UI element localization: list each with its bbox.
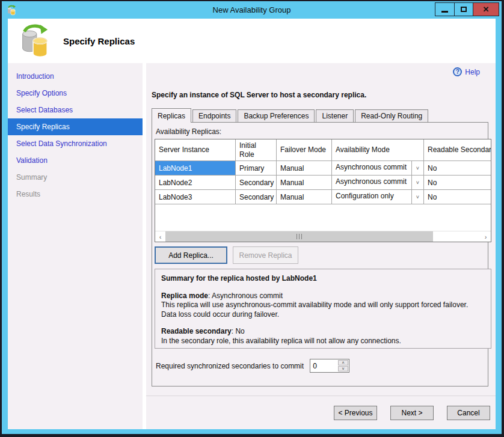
cell-failover-mode[interactable]: Manual (277, 176, 332, 190)
cell-server-instance[interactable]: LabNode1 (155, 161, 236, 176)
replica-row-labnode1: LabNode1 Primary Manual Asynchronous com… (155, 161, 492, 176)
cell-availability-mode: Configuration only ˅ (332, 190, 424, 204)
availability-replicas-label: Availability Replicas: (156, 127, 485, 136)
maximize-icon (461, 7, 467, 12)
close-icon: ✕ (483, 5, 490, 13)
spinner-buttons: ˄ ˅ (337, 359, 349, 372)
scrollbar-track[interactable] (165, 231, 481, 242)
window-body: Specify Replicas Introduction Specify Op… (8, 19, 496, 429)
summary-readable-secondary: Readable secondary: No In the secondary … (161, 327, 485, 346)
combobox-value: Asynchronous commit (332, 176, 411, 189)
tab-listener[interactable]: Listener (316, 109, 354, 122)
column-header-availability-mode: Availability Mode (332, 139, 424, 161)
tab-strip: Replicas Endpoints Backup Preferences Li… (152, 108, 490, 122)
replica-row-labnode3: LabNode3 Secondary Manual Configuration … (155, 190, 492, 204)
window-title: New Availability Group (2, 5, 502, 14)
help-row: ? Help (149, 67, 490, 76)
help-icon: ? (453, 67, 462, 76)
cell-readable-secondary[interactable]: No (424, 176, 492, 190)
chevron-down-icon[interactable]: ˅ (411, 190, 423, 204)
sidebar-item-specify-options[interactable]: Specify Options (8, 85, 143, 102)
tab-endpoints[interactable]: Endpoints (192, 109, 236, 122)
close-button[interactable]: ✕ (473, 3, 499, 16)
maximize-button[interactable] (454, 3, 473, 16)
replica-mode-value: : Asynchronous commit (208, 292, 283, 300)
cell-failover-mode[interactable]: Manual (277, 161, 332, 176)
sidebar-item-summary: Summary (8, 169, 143, 186)
page-title: Specify Replicas (63, 36, 135, 46)
readable-secondary-description: In the secondary role, this availability… (161, 337, 485, 346)
scroll-left-button[interactable]: ‹ (155, 231, 165, 242)
cancel-button[interactable]: Cancel (447, 406, 490, 420)
content-row: Introduction Specify Options Select Data… (8, 63, 496, 429)
replicas-tab-panel: Availability Replicas: Server Instance I… (152, 122, 488, 387)
required-secondaries-row: Required synchronized secondaries to com… (156, 359, 485, 373)
cell-initial-role[interactable]: Secondary (236, 190, 277, 204)
cell-readable-secondary[interactable]: No (424, 161, 492, 176)
window-controls: ✕ (435, 2, 499, 16)
minimize-icon (441, 11, 448, 13)
sidebar-item-select-databases[interactable]: Select Databases (8, 102, 143, 118)
cell-availability-mode: Asynchronous commit ˅ (332, 161, 424, 176)
required-secondaries-spinner: ˄ ˅ (310, 359, 349, 373)
next-button[interactable]: Next > (390, 406, 434, 420)
cell-failover-mode[interactable]: Manual (277, 190, 332, 204)
cell-server-instance[interactable]: LabNode2 (155, 176, 236, 190)
wizard-header: Specify Replicas (8, 19, 496, 63)
sidebar-item-results: Results (8, 186, 143, 203)
replica-actions: Add Replica... Remove Replica (155, 246, 485, 264)
replica-summary-box: Summary for the replica hosted by LabNod… (155, 269, 491, 349)
availability-mode-combobox[interactable]: Configuration only ˅ (332, 190, 423, 204)
grid-header-row: Server Instance Initial Role Failover Mo… (155, 139, 492, 161)
horizontal-scrollbar: ‹ › (155, 231, 491, 242)
chevron-down-icon[interactable]: ˅ (411, 161, 423, 175)
combobox-value: Configuration only (332, 190, 411, 204)
help-link[interactable]: ? Help (453, 67, 480, 76)
spinner-down-button[interactable]: ˅ (338, 366, 348, 371)
thumb-grip-icon (297, 234, 297, 239)
required-secondaries-input[interactable] (310, 359, 337, 372)
add-replica-button[interactable]: Add Replica... (155, 246, 227, 264)
scroll-right-button[interactable]: › (481, 231, 491, 242)
cell-initial-role[interactable]: Secondary (236, 176, 277, 190)
summary-replica-mode: Replica mode: Asynchronous commit This r… (161, 292, 485, 320)
column-header-server-instance: Server Instance (155, 139, 236, 161)
readable-secondary-value: : No (232, 327, 245, 335)
wizard-steps-sidebar: Introduction Specify Options Select Data… (8, 63, 143, 429)
thumb-grip-icon (299, 234, 300, 239)
tab-replicas[interactable]: Replicas (152, 108, 191, 123)
availability-mode-combobox[interactable]: Asynchronous commit ˅ (332, 161, 423, 175)
chevron-down-icon[interactable]: ˅ (411, 176, 423, 189)
sidebar-item-specify-replicas[interactable]: Specify Replicas (8, 118, 143, 135)
cell-initial-role[interactable]: Primary (236, 161, 277, 176)
main-content: ? Help Specify an instance of SQL Server… (146, 63, 496, 396)
instruction-text: Specify an instance of SQL Server to hos… (152, 91, 490, 99)
minimize-button[interactable] (435, 3, 454, 16)
wizard-footer: < Previous Next > Cancel (146, 396, 496, 429)
title-bar: New Availability Group ✕ (2, 1, 502, 19)
column-header-failover-mode: Failover Mode (277, 139, 332, 161)
sidebar-item-validation[interactable]: Validation (8, 152, 143, 169)
readable-secondary-label: Readable secondary (161, 327, 232, 335)
combobox-value: Asynchronous commit (332, 161, 411, 175)
replicas-grid: Server Instance Initial Role Failover Mo… (155, 139, 491, 242)
sidebar-item-select-data-synchronization[interactable]: Select Data Synchronization (8, 135, 143, 152)
tab-read-only-routing[interactable]: Read-Only Routing (355, 109, 428, 122)
spinner-up-button[interactable]: ˄ (338, 360, 348, 365)
thumb-grip-icon (301, 234, 302, 239)
sidebar-item-introduction[interactable]: Introduction (8, 68, 143, 85)
column-header-initial-role: Initial Role (236, 139, 277, 161)
help-label: Help (465, 68, 480, 76)
cell-server-instance[interactable]: LabNode3 (155, 190, 236, 204)
dialog-window: New Availability Group ✕ Specify Replica… (2, 1, 502, 434)
previous-button[interactable]: < Previous (334, 406, 377, 420)
remove-replica-button: Remove Replica (233, 246, 298, 264)
cell-readable-secondary[interactable]: No (424, 190, 492, 204)
scrollbar-thumb[interactable] (165, 231, 433, 242)
tab-backup-preferences[interactable]: Backup Preferences (238, 109, 315, 122)
replica-mode-label: Replica mode (161, 292, 208, 300)
replica-databases-icon (17, 24, 50, 58)
replica-row-labnode2: LabNode2 Secondary Manual Asynchronous c… (155, 176, 492, 190)
availability-mode-combobox[interactable]: Asynchronous commit ˅ (332, 176, 423, 189)
replica-mode-description: This replica will use asynchronous-commi… (161, 301, 485, 319)
